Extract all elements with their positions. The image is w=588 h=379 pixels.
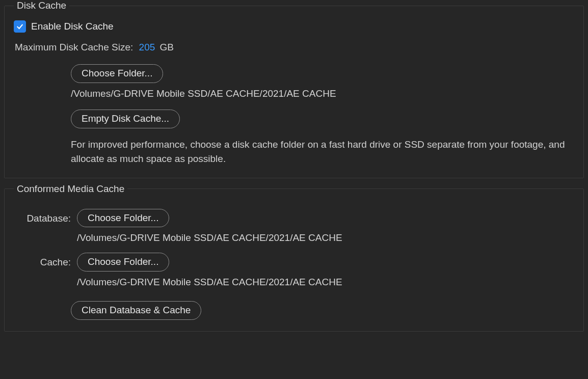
max-disk-cache-size-unit: GB (160, 42, 174, 52)
max-disk-cache-size-value[interactable]: 205 (139, 42, 155, 52)
database-choose-folder-button[interactable]: Choose Folder... (77, 209, 169, 228)
disk-cache-folder-path: /Volumes/G-DRIVE Mobile SSD/AE CACHE/202… (71, 88, 570, 99)
checkmark-icon (16, 22, 24, 31)
database-folder-path: /Volumes/G-DRIVE Mobile SSD/AE CACHE/202… (77, 232, 574, 243)
cache-row: Cache: Choose Folder... /Volumes/G-DRIVE… (14, 253, 574, 288)
disk-cache-choose-folder-button[interactable]: Choose Folder... (71, 64, 163, 83)
cache-choose-folder-button[interactable]: Choose Folder... (77, 253, 169, 272)
max-disk-cache-size-row: Maximum Disk Cache Size: 205 GB (15, 42, 574, 53)
database-label: Database: (14, 209, 77, 224)
database-row: Database: Choose Folder... /Volumes/G-DR… (14, 209, 574, 244)
cache-label: Cache: (14, 253, 77, 268)
conformed-media-cache-legend: Conformed Media Cache (14, 183, 127, 195)
cache-folder-path: /Volumes/G-DRIVE Mobile SSD/AE CACHE/202… (77, 277, 574, 288)
enable-disk-cache-label[interactable]: Enable Disk Cache (31, 21, 114, 32)
disk-cache-group: Disk Cache Enable Disk Cache Maximum Dis… (4, 0, 584, 178)
enable-disk-cache-checkbox[interactable] (14, 20, 26, 33)
clean-database-and-cache-button[interactable]: Clean Database & Cache (71, 301, 201, 320)
disk-cache-hint-text: For improved performance, choose a disk … (71, 138, 570, 167)
conformed-media-cache-group: Conformed Media Cache Database: Choose F… (4, 183, 584, 332)
max-disk-cache-size-label: Maximum Disk Cache Size: (15, 42, 133, 52)
disk-cache-legend: Disk Cache (14, 0, 69, 11)
empty-disk-cache-button[interactable]: Empty Disk Cache... (71, 110, 180, 128)
